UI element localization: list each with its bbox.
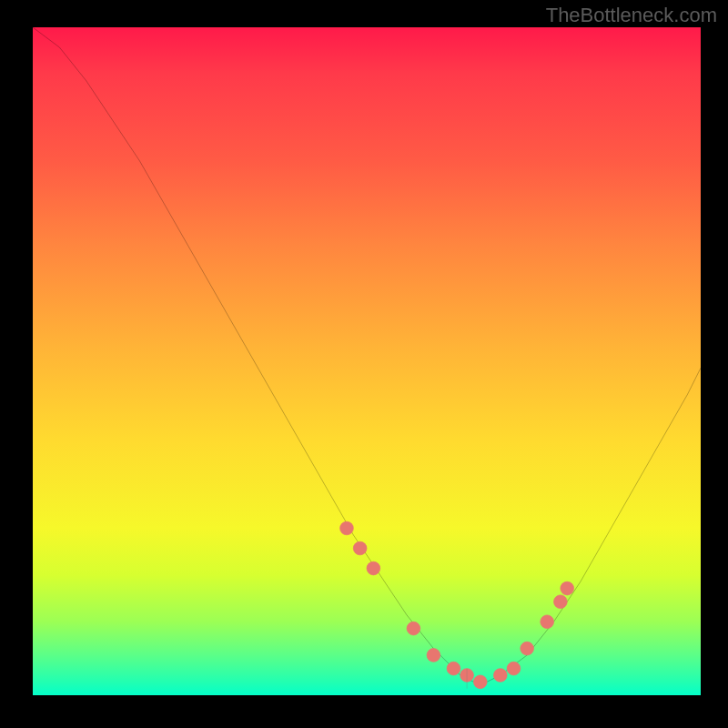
highlighted-points bbox=[340, 521, 574, 689]
bottleneck-curve bbox=[33, 27, 701, 682]
marker-point bbox=[473, 675, 487, 689]
marker-point bbox=[521, 642, 534, 655]
marker-point bbox=[407, 622, 420, 635]
marker-point bbox=[340, 521, 354, 535]
marker-point bbox=[561, 581, 574, 595]
marker-point bbox=[353, 541, 367, 555]
curve-svg bbox=[33, 27, 701, 695]
marker-point bbox=[427, 649, 440, 662]
marker-point bbox=[541, 615, 554, 629]
marker-point bbox=[554, 595, 568, 609]
watermark-text: TheBottleneck.com bbox=[546, 4, 717, 27]
chart-frame: TheBottleneck.com bbox=[0, 0, 728, 728]
marker-point bbox=[367, 561, 380, 575]
marker-point bbox=[507, 662, 521, 675]
marker-point bbox=[447, 662, 460, 675]
plot-area bbox=[33, 27, 701, 695]
marker-point bbox=[493, 669, 507, 682]
